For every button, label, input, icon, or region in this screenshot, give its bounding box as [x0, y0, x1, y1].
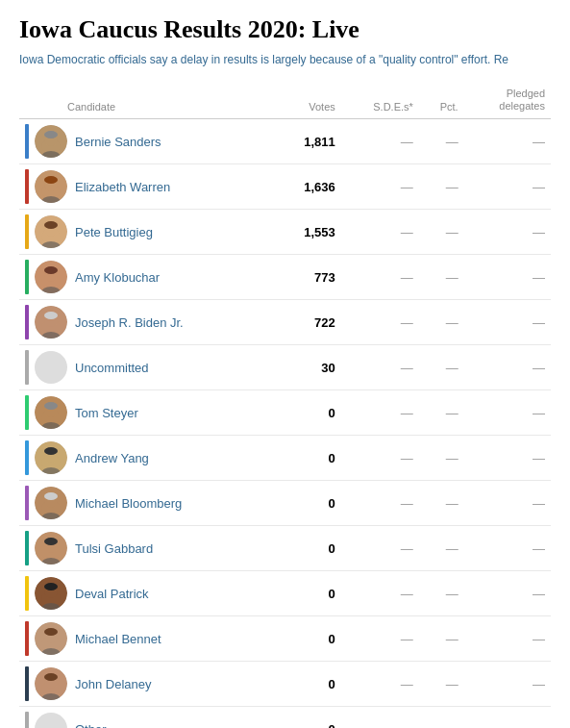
svg-point-18 — [44, 266, 58, 274]
pct-cell: — — [419, 345, 464, 390]
avatar — [35, 667, 67, 700]
pct-cell: — — [419, 300, 464, 345]
candidate-name[interactable]: Michael Bennet — [75, 632, 161, 646]
avatar — [35, 713, 67, 728]
candidate-cell: Other — [19, 707, 276, 728]
svg-point-8 — [44, 176, 58, 184]
votes-cell: 0 — [276, 526, 340, 571]
avatar — [35, 261, 67, 293]
sdes-cell: — — [341, 164, 419, 210]
svg-point-3 — [44, 131, 58, 138]
sdes-cell: — — [341, 436, 419, 481]
color-bar — [25, 305, 29, 339]
page-title: Iowa Caucus Results 2020: Live — [19, 15, 551, 44]
pledged-cell: — — [464, 390, 551, 436]
candidate-name[interactable]: Pete Buttigieg — [75, 225, 153, 239]
table-row: Tom Steyer0——— — [19, 390, 551, 436]
votes-cell: 0 — [276, 390, 340, 436]
pledged-cell: — — [464, 662, 551, 707]
votes-cell: 0 — [276, 481, 340, 526]
color-bar — [25, 214, 29, 249]
pledged-cell: — — [464, 300, 551, 345]
pct-cell: — — [419, 436, 464, 481]
candidate-cell: Bernie Sanders — [19, 119, 276, 164]
candidate-name[interactable]: Joseph R. Biden Jr. — [75, 315, 184, 330]
avatar — [35, 577, 67, 610]
avatar — [35, 125, 67, 158]
table-row: Elizabeth Warren1,636——— — [19, 164, 551, 210]
candidate-cell: John Delaney — [19, 662, 276, 707]
candidate-cell: Tulsi Gabbard — [19, 526, 276, 571]
candidate-name[interactable]: Elizabeth Warren — [75, 180, 170, 194]
pct-cell: — — [419, 164, 464, 210]
candidate-cell: Elizabeth Warren — [19, 164, 276, 210]
svg-point-48 — [44, 583, 58, 590]
table-row: Michael Bennet0——— — [19, 616, 551, 662]
svg-point-28 — [44, 402, 58, 410]
avatar — [35, 351, 67, 384]
color-bar — [25, 169, 29, 204]
table-row: Other0——— — [19, 707, 551, 728]
color-bar — [25, 124, 29, 159]
pledged-cell: — — [464, 119, 551, 164]
votes-cell: 722 — [276, 300, 340, 345]
subtitle: Iowa Democratic officials say a delay in… — [19, 52, 551, 68]
candidate-name[interactable]: Bernie Sanders — [75, 135, 161, 149]
table-row: Pete Buttigieg1,553——— — [19, 210, 551, 255]
candidate-name[interactable]: Andrew Yang — [75, 451, 149, 465]
candidate-name[interactable]: Tom Steyer — [75, 406, 138, 420]
candidate-name[interactable]: John Delaney — [75, 677, 152, 691]
sdes-cell: — — [341, 345, 419, 390]
avatar — [35, 396, 67, 429]
table-row: Tulsi Gabbard0——— — [19, 526, 551, 571]
sdes-cell: — — [341, 255, 419, 300]
table-row: Joseph R. Biden Jr.722——— — [19, 300, 551, 345]
candidate-cell: Uncommitted — [19, 345, 276, 390]
pledged-cell: — — [464, 481, 551, 526]
table-row: Bernie Sanders1,811——— — [19, 119, 551, 164]
color-bar — [25, 486, 29, 520]
sdes-cell: — — [341, 481, 419, 526]
color-bar — [25, 621, 29, 656]
svg-point-23 — [44, 312, 58, 319]
candidate-name[interactable]: Michael Bloomberg — [75, 496, 182, 511]
header-pledged: Pledgeddelegates — [464, 84, 551, 119]
votes-cell: 30 — [276, 345, 340, 390]
candidate-name[interactable]: Amy Klobuchar — [75, 270, 160, 285]
candidate-name[interactable]: Uncommitted — [75, 361, 149, 375]
avatar — [35, 622, 67, 655]
pledged-cell: — — [464, 255, 551, 300]
sdes-cell: — — [341, 210, 419, 255]
svg-point-43 — [44, 538, 58, 545]
table-row: Deval Patrick0——— — [19, 571, 551, 616]
votes-cell: 0 — [276, 436, 340, 481]
pct-cell: — — [419, 571, 464, 616]
pledged-cell: — — [464, 616, 551, 662]
pct-cell: — — [419, 390, 464, 436]
candidate-cell: Joseph R. Biden Jr. — [19, 300, 276, 345]
pct-cell: — — [419, 210, 464, 255]
svg-point-53 — [44, 628, 58, 636]
avatar — [35, 532, 67, 565]
header-votes: Votes — [276, 84, 340, 119]
candidate-name[interactable]: Deval Patrick — [75, 587, 149, 601]
candidate-name[interactable]: Other — [75, 722, 107, 728]
pct-cell: — — [419, 119, 464, 164]
candidate-cell: Andrew Yang — [19, 436, 276, 481]
candidate-name[interactable]: Tulsi Gabbard — [75, 541, 153, 556]
pct-cell: — — [419, 707, 464, 728]
candidate-cell: Deval Patrick — [19, 571, 276, 616]
header-sdes: S.D.E.s* — [341, 84, 419, 119]
sdes-cell: — — [341, 526, 419, 571]
pledged-cell: — — [464, 345, 551, 390]
pct-cell: — — [419, 526, 464, 571]
avatar — [35, 441, 67, 474]
avatar — [35, 487, 67, 519]
header-candidate: Candidate — [19, 84, 276, 119]
pct-cell: — — [419, 616, 464, 662]
votes-cell: 1,553 — [276, 210, 340, 255]
avatar — [35, 306, 67, 339]
svg-point-58 — [44, 673, 58, 681]
sdes-cell: — — [341, 390, 419, 436]
candidate-cell: Pete Buttigieg — [19, 210, 276, 255]
